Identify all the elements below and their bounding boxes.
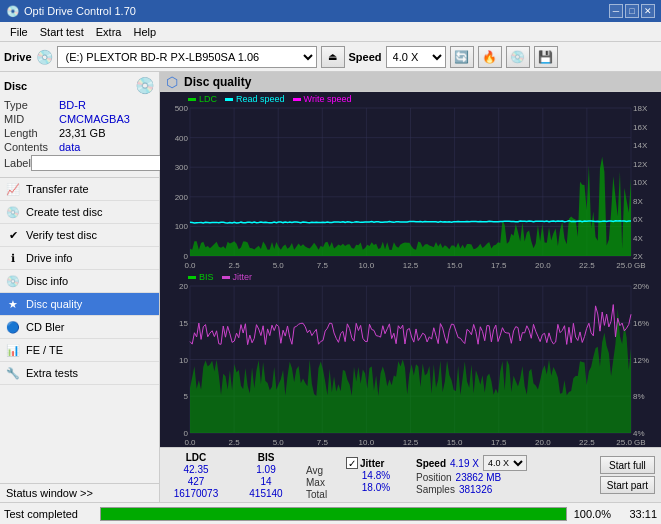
start-part-button[interactable]: Start part	[600, 476, 655, 494]
legend-bis: BIS	[199, 272, 214, 282]
disc-section-icon: 💿	[135, 76, 155, 95]
nav-disc-quality[interactable]: ★ Disc quality	[0, 293, 159, 316]
nav-fe-te[interactable]: 📊 FE / TE	[0, 339, 159, 362]
transfer-rate-icon: 📈	[6, 182, 20, 196]
sidebar: Disc 💿 Type BD-R MID CMCMAGBA3 Length 23…	[0, 72, 160, 502]
nav-verify-test-disc[interactable]: ✔ Verify test disc	[0, 224, 159, 247]
refresh-button[interactable]: 🔄	[450, 46, 474, 68]
menu-file[interactable]: File	[4, 25, 34, 39]
disc-info-icon: 💿	[6, 274, 20, 288]
nav-disc-info[interactable]: 💿 Disc info	[0, 270, 159, 293]
disc-quality-icon: ★	[6, 297, 20, 311]
contents-label: Contents	[4, 141, 59, 153]
status-window-btn[interactable]: Status window >>	[0, 483, 159, 502]
bis-total-val: 415140	[236, 488, 296, 499]
maximize-button[interactable]: □	[625, 4, 639, 18]
start-full-button[interactable]: Start full	[600, 456, 655, 474]
position-val: 23862 MB	[456, 472, 502, 483]
app-title: Opti Drive Control 1.70	[24, 5, 136, 17]
time-label: 33:11	[617, 508, 657, 520]
disc-quality-header: ⬡ Disc quality	[160, 72, 661, 92]
status-window-label: Status window >>	[6, 487, 93, 499]
menu-bar: File Start test Extra Help	[0, 22, 661, 42]
max-label: Max	[306, 477, 336, 488]
menu-help[interactable]: Help	[127, 25, 162, 39]
mid-value: CMCMAGBA3	[59, 113, 130, 125]
speed-position-section: Speed 4.19 X 4.0 X Position 23862 MB Sam…	[416, 455, 590, 495]
minimize-button[interactable]: ─	[609, 4, 623, 18]
disc-quality-header-title: Disc quality	[184, 75, 251, 89]
legend-jitter: Jitter	[233, 272, 253, 282]
title-bar: 💿 Opti Drive Control 1.70 ─ □ ✕	[0, 0, 661, 22]
status-text: Test completed	[4, 508, 94, 520]
bis-max-val: 14	[236, 476, 296, 487]
cd-bler-icon: 🔵	[6, 320, 20, 334]
eject-button[interactable]: ⏏	[321, 46, 345, 68]
drive-bar: Drive 💿 (E:) PLEXTOR BD-R PX-LB950SA 1.0…	[0, 42, 661, 72]
total-label: Total	[306, 489, 336, 500]
cd-bler-label: CD Bler	[26, 321, 65, 333]
verify-test-disc-label: Verify test disc	[26, 229, 97, 241]
length-value: 23,31 GB	[59, 127, 105, 139]
speed-select[interactable]: 4.0 X	[386, 46, 446, 68]
action-buttons: Start full Start part	[600, 456, 655, 494]
progress-fill	[101, 508, 566, 520]
drive-icon: 💿	[36, 49, 53, 65]
content-area: ⬡ Disc quality LDC Read speed	[160, 72, 661, 502]
disc-quality-header-icon: ⬡	[166, 74, 178, 90]
legend-ldc: LDC	[199, 94, 217, 104]
nav-drive-info[interactable]: ℹ Drive info	[0, 247, 159, 270]
legend-read-speed: Read speed	[236, 94, 285, 104]
drive-info-icon: ℹ	[6, 251, 20, 265]
speed-dropdown[interactable]: 4.0 X	[483, 455, 527, 471]
length-label: Length	[4, 127, 59, 139]
bis-header: BIS	[236, 452, 296, 463]
samples-label: Samples	[416, 484, 455, 495]
create-test-disc-icon: 💿	[6, 205, 20, 219]
samples-val: 381326	[459, 484, 492, 495]
menu-start-test[interactable]: Start test	[34, 25, 90, 39]
extra-tests-icon: 🔧	[6, 366, 20, 380]
ldc-chart-canvas	[160, 92, 661, 270]
jitter-checkbox[interactable]: ✓	[346, 457, 358, 469]
fe-te-icon: 📊	[6, 343, 20, 357]
create-test-disc-label: Create test disc	[26, 206, 102, 218]
progress-bar	[100, 507, 567, 521]
ldc-stats: LDC 42.35 427 16170073	[166, 452, 226, 499]
ldc-total-val: 16170073	[166, 488, 226, 499]
nav-cd-bler[interactable]: 🔵 CD Bler	[0, 316, 159, 339]
disc-button[interactable]: 💿	[506, 46, 530, 68]
type-value: BD-R	[59, 99, 86, 111]
jitter-max-val: 18.0%	[346, 482, 406, 493]
mid-label: MID	[4, 113, 59, 125]
drive-label: Drive	[4, 51, 32, 63]
speed-header: Speed	[416, 458, 446, 469]
disc-quality-label: Disc quality	[26, 298, 82, 310]
jitter-avg-val: 14.8%	[346, 470, 406, 481]
label-input[interactable]	[31, 155, 164, 171]
jitter-header: Jitter	[360, 458, 384, 469]
nav-create-test-disc[interactable]: 💿 Create test disc	[0, 201, 159, 224]
menu-extra[interactable]: Extra	[90, 25, 128, 39]
nav-transfer-rate[interactable]: 📈 Transfer rate	[0, 178, 159, 201]
avg-label: Avg	[306, 465, 336, 476]
ldc-header: LDC	[166, 452, 226, 463]
burn-button[interactable]: 🔥	[478, 46, 502, 68]
label-label: Label	[4, 157, 31, 169]
chart-ldc: LDC Read speed Write speed	[160, 92, 661, 270]
disc-info-label: Disc info	[26, 275, 68, 287]
drive-select[interactable]: (E:) PLEXTOR BD-R PX-LB950SA 1.06	[57, 46, 317, 68]
charts-container: LDC Read speed Write speed	[160, 92, 661, 447]
bis-chart-canvas	[160, 270, 661, 447]
nav-extra-tests[interactable]: 🔧 Extra tests	[0, 362, 159, 385]
bis-avg-val: 1.09	[236, 464, 296, 475]
speed-label: Speed	[349, 51, 382, 63]
transfer-rate-label: Transfer rate	[26, 183, 89, 195]
row-labels: Avg Max Total	[306, 450, 336, 500]
speed-val: 4.19 X	[450, 458, 479, 469]
save-button[interactable]: 💾	[534, 46, 558, 68]
app-icon: 💿	[6, 5, 20, 18]
legend-write-speed: Write speed	[304, 94, 352, 104]
chart-bis: BIS Jitter	[160, 270, 661, 447]
close-button[interactable]: ✕	[641, 4, 655, 18]
